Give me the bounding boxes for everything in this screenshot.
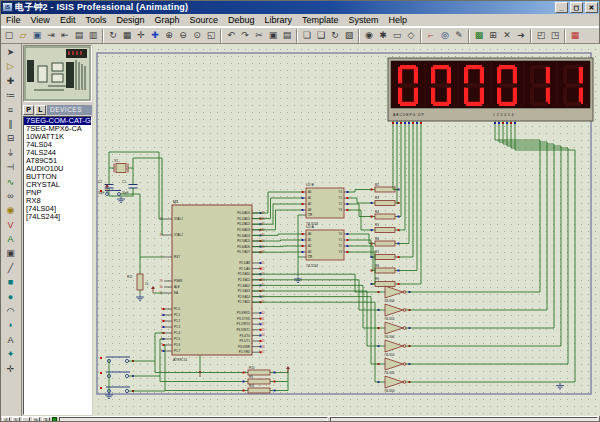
p0-bus-wire[interactable] [252,204,302,224]
zoom-in-icon[interactable]: ⊕ [162,29,176,43]
bus-mode-icon[interactable]: ∥ [3,117,19,131]
design-explorer-icon[interactable]: ▩ [472,29,486,43]
graph-mode-icon[interactable]: ∿ [3,175,19,189]
copy-icon[interactable]: ▣ [266,29,280,43]
menu-item[interactable]: File [1,14,26,26]
p2-wire[interactable] [252,274,379,292]
segment-wire[interactable] [399,126,417,271]
make-device-icon[interactable]: ✱ [376,29,390,43]
segment-wire[interactable] [399,126,405,230]
component-74ls244-buffer[interactable]: U2:A74LS244A0A1A2A3Y0Y1Y2Y3OE [302,225,348,268]
paste-icon[interactable]: ▤ [280,29,294,43]
voltage-probe-icon[interactable]: V [3,218,19,232]
component-74ls04-inverter[interactable]: 74LS04 [379,376,409,393]
restore-button[interactable]: ◻ [570,2,583,13]
component-reset-button[interactable] [105,191,121,196]
component-mode-icon[interactable]: ▷ [3,59,19,73]
p2-wire[interactable] [252,280,379,310]
zoom-all-icon[interactable]: ⊙ [190,29,204,43]
mark-output-area-icon[interactable]: ▥ [86,29,100,43]
p2-wire[interactable] [252,291,379,346]
goto-sheet-icon[interactable]: ➔ [514,29,528,43]
device-pin-icon[interactable]: ⊣ [3,160,19,174]
marker-2d-icon[interactable]: ✛ [3,362,19,376]
cut-icon[interactable]: ✂ [252,29,266,43]
library-button[interactable]: L [35,105,46,115]
component-resistor[interactable]: R2 [371,183,399,192]
component-u1-at89c51[interactable]: U1AT89C51XTAL119XTAL218RST9PSEN29ALE30EA… [159,199,265,363]
rotate-ccw-button[interactable]: ↺ [2,417,10,422]
buffer-out-wire[interactable] [348,198,371,203]
menu-item[interactable]: Graph [149,14,184,26]
power-symbol[interactable] [198,370,202,377]
title-bar[interactable]: IS 电子钟2 - ISIS Professional (Animating) … [0,0,600,14]
remove-sheet-icon[interactable]: ✕ [500,29,514,43]
p0-bus-wire[interactable] [252,198,302,219]
component-crystal[interactable]: X1 [114,159,128,173]
redraw-icon[interactable]: ↻ [106,29,120,43]
block-move-icon[interactable]: ❑ [314,29,328,43]
zoom-out-icon[interactable]: ⊖ [176,29,190,43]
component-resistor[interactable]: R121k [127,274,149,290]
property-assign-icon[interactable]: ✎ [452,29,466,43]
power-symbol[interactable] [286,366,290,373]
zoom-to-parent-icon[interactable]: ◳ [548,29,562,43]
component-resistor[interactable]: R11 [243,384,275,393]
netlist-to-ares-icon[interactable]: ▦ [568,29,582,43]
buffer-out-wire[interactable] [348,240,371,257]
component-capacitor[interactable]: C130pF [122,180,138,195]
minimize-button[interactable]: _ [555,2,568,13]
undo-icon[interactable]: ↶ [224,29,238,43]
terminal-mode-icon[interactable]: ⏚ [3,146,19,160]
component-74ls04-inverter[interactable]: 74LS04 [379,286,409,303]
p2-wire[interactable] [252,302,379,382]
menu-item[interactable]: Library [260,14,298,26]
component-resistor[interactable]: R5 [371,223,399,232]
pick-devices-button[interactable]: P [23,105,34,115]
zoom-to-child-icon[interactable]: ◰ [534,29,548,43]
search-tag-icon[interactable]: ◎ [438,29,452,43]
pan-icon[interactable]: ✚ [148,29,162,43]
tape-recorder-icon[interactable]: ∞ [3,189,19,203]
menu-item[interactable]: Edit [55,14,81,26]
decompose-icon[interactable]: ◇ [404,29,418,43]
symbol-2d-icon[interactable]: ✦ [3,347,19,361]
overview-window[interactable] [23,45,92,102]
export-section-icon[interactable]: ⇤ [58,29,72,43]
zoom-area-icon[interactable]: ◱ [204,29,218,43]
block-delete-icon[interactable]: ▧ [342,29,356,43]
wire[interactable] [298,215,302,276]
component-resistor[interactable]: R10 [243,366,275,375]
wire[interactable] [121,194,141,274]
buffer-out-wire[interactable] [348,234,371,244]
menu-item[interactable]: System [344,14,384,26]
menu-item[interactable]: Source [184,14,223,26]
packaging-tool-icon[interactable]: ▭ [390,29,404,43]
component-74ls244-buffer[interactable]: U2:B74LS244A0A1A2A3Y0Y1Y2Y3OE [302,183,348,226]
block-rotate-icon[interactable]: ↻ [328,29,342,43]
component-resistor[interactable]: R6 [371,237,399,246]
digit-common-wire[interactable] [409,126,575,382]
arc-2d-icon[interactable]: ◠ [3,304,19,318]
segment-wire[interactable] [399,126,409,244]
line-2d-icon[interactable]: ╱ [3,261,19,275]
new-file-icon[interactable]: ▢ [2,29,16,43]
circle-2d-icon[interactable]: ● [3,290,19,304]
box-2d-icon[interactable]: ■ [3,275,19,289]
text-2d-icon[interactable]: A [3,333,19,347]
grid-toggle-icon[interactable]: ▦ [120,29,134,43]
mirror-y-button[interactable]: ⇅ [42,417,50,422]
origin-icon[interactable]: ✛ [134,29,148,43]
menu-item[interactable]: Help [384,14,413,26]
component-resistor[interactable]: R9 [243,375,275,384]
save-file-icon[interactable]: ▣ [30,29,44,43]
p2-wire[interactable] [252,297,379,364]
close-button[interactable]: ✕ [585,2,598,13]
generator-mode-icon[interactable]: ◉ [3,203,19,217]
seven-segment-display[interactable]: ABCDEFG DP123456 [388,58,593,121]
redo-icon[interactable]: ↷ [238,29,252,43]
menu-item[interactable]: View [26,14,55,26]
path-2d-icon[interactable]: ◗ [3,318,19,332]
digit-common-wire[interactable] [409,126,547,310]
menu-item[interactable]: Tools [80,14,111,26]
